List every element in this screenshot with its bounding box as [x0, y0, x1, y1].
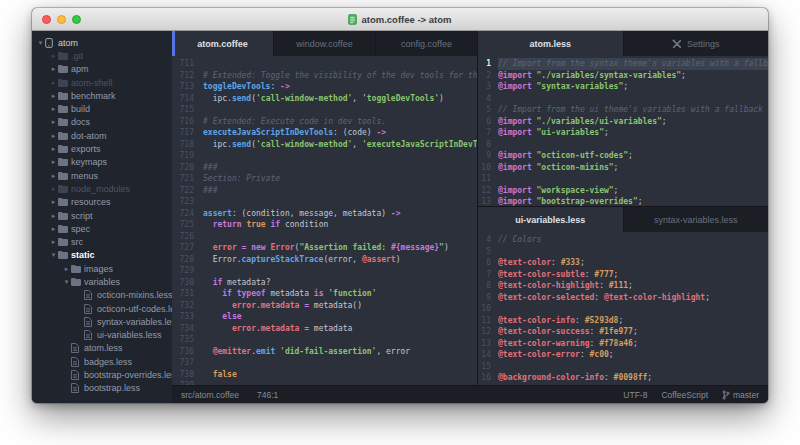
tree-item-label: .git [71, 51, 83, 61]
code-token: : [590, 327, 600, 336]
code-text: @text-color: #333; [498, 257, 768, 269]
tree-item[interactable]: ▸script [32, 209, 172, 222]
tree-item[interactable]: ▸spec [32, 222, 172, 235]
tree-item[interactable]: ▸images [32, 262, 172, 275]
code-token: true [246, 220, 265, 229]
code-line: 6@text-color: #333; [478, 257, 768, 269]
code-token: #333 [561, 258, 580, 267]
code-token: , error [376, 347, 410, 356]
code-text: @text-color-subtle: #777; [498, 269, 768, 281]
folder-icon [58, 65, 71, 73]
code-token: @assert [362, 255, 396, 264]
code-line: 722### [172, 185, 477, 197]
code-line: 11@text-color-info: #5293d8; [478, 315, 768, 327]
code-token: condition [280, 220, 328, 229]
git-branch-icon [722, 390, 730, 400]
tree-item[interactable]: atom.less [32, 342, 172, 355]
line-number: 13 [478, 338, 498, 350]
code-token: ; [618, 316, 623, 325]
git-branch-label: master [733, 390, 759, 400]
line-number: 13 [478, 196, 498, 206]
tab-window-coffee[interactable]: window.coffee [274, 31, 376, 56]
tree-item[interactable]: badges.less [32, 355, 172, 368]
tree-item[interactable]: ▸exports [32, 142, 172, 155]
tab-config-coffee[interactable]: config.coffee [376, 31, 477, 56]
tree-item[interactable]: ▸node_modules [32, 182, 172, 195]
tab-label: Settings [687, 39, 720, 49]
tab-ui-variables-less[interactable]: ui-variables.less [478, 207, 624, 232]
code-token: #5293d8 [585, 316, 619, 325]
line-number: 717 [172, 127, 203, 139]
code-line: 715 [172, 104, 477, 116]
tab-syntax-variables-less[interactable]: syntax-variables.less [624, 207, 769, 232]
encoding-indicator[interactable]: UTF-8 [623, 390, 647, 400]
cursor-position[interactable]: 746:1 [257, 390, 278, 400]
tree-item[interactable]: ▸benchmark [32, 89, 172, 102]
code-token: 'call-window-method' [256, 140, 352, 149]
tree-item[interactable]: bootstrap.less [32, 382, 172, 395]
tree-item[interactable]: ▸build [32, 102, 172, 115]
code-line: 728 Error.captureStackTrace(error, @asse… [172, 254, 477, 266]
code-token: ; [638, 197, 643, 206]
code-token: : [604, 373, 614, 382]
tree-item[interactable]: ▾variables [32, 275, 172, 288]
line-number: 731 [172, 288, 203, 300]
code-token: "workspace-view" [537, 186, 614, 195]
zoom-button[interactable] [72, 15, 81, 24]
grammar-indicator[interactable]: CoffeeScript [661, 390, 708, 400]
tree-item[interactable]: ▸atom-shell [32, 76, 172, 89]
code-token: @text-color-warning [498, 339, 590, 348]
tree-item[interactable]: ▸menus [32, 169, 172, 182]
tree-item[interactable]: ▸resources [32, 196, 172, 209]
atom-less-surface[interactable]: 1// Import from the syntax theme's varia… [478, 56, 768, 206]
ui-variables-surface[interactable]: 4// Colors56@text-color: #333;7@text-col… [478, 232, 768, 385]
code-token: ; [628, 151, 633, 160]
tree-item[interactable]: octicon-utf-codes.less [32, 302, 172, 315]
editor-surface[interactable]: 711712# Extended: Toggle the visibility … [172, 56, 477, 385]
tree-item[interactable]: syntax-variables.less [32, 315, 172, 328]
code-text [498, 139, 768, 151]
code-line: 737 [172, 357, 477, 369]
tree-item[interactable]: ▾atom [32, 36, 172, 49]
tree-item[interactable]: bootstrap-overrides.less [32, 368, 172, 381]
tab-atom-coffee[interactable]: atom.coffee [172, 31, 274, 56]
code-token: send [232, 94, 251, 103]
tree-item[interactable]: ▸keymaps [32, 156, 172, 169]
close-button[interactable] [42, 15, 51, 24]
code-token: if [222, 289, 232, 298]
code-token: assert [203, 209, 232, 218]
code-token: : [590, 339, 600, 348]
code-token: is [314, 289, 324, 298]
folder-icon [58, 251, 71, 259]
tree-item[interactable]: ▸.git [32, 49, 172, 62]
line-number: 722 [172, 185, 203, 197]
git-branch-indicator[interactable]: master [722, 390, 759, 400]
tab-atom-less[interactable]: atom.less [478, 31, 624, 56]
disclosure-icon: ▸ [49, 238, 58, 246]
code-line: 729 [172, 265, 477, 277]
tree-item[interactable]: ▾static [32, 249, 172, 262]
minimize-button[interactable] [57, 15, 66, 24]
tree-item[interactable]: ui-variables.less [32, 329, 172, 342]
disclosure-icon: ▸ [49, 79, 58, 87]
tree-item[interactable]: ▸dot-atom [32, 129, 172, 142]
line-number: 712 [172, 70, 203, 82]
tree-item[interactable]: octicon-mixins.less [32, 289, 172, 302]
tab-settings[interactable]: Settings [624, 31, 769, 56]
traffic-lights [42, 8, 81, 30]
folder-icon [58, 238, 71, 246]
file-path[interactable]: src/atom.coffee [181, 390, 239, 400]
code-line: 10@import "octicon-mixins"; [478, 162, 768, 174]
code-token: error [213, 243, 237, 252]
tree-item[interactable]: ▸src [32, 235, 172, 248]
code-token: ; [681, 71, 686, 80]
tree-item[interactable]: ▸apm [32, 63, 172, 76]
tree-view[interactable]: ▾atom▸.git▸apm▸atom-shell▸benchmark▸buil… [32, 31, 172, 403]
code-token: @import [498, 186, 532, 195]
line-number: 12 [478, 185, 498, 197]
code-token: 'toggleDevTools' [362, 94, 439, 103]
titlebar[interactable]: atom.coffee -> atom [32, 8, 768, 31]
tree-item[interactable]: ▸docs [32, 116, 172, 129]
code-line: 12@text-color-success: #1fe977; [478, 326, 768, 338]
code-token [203, 278, 213, 287]
